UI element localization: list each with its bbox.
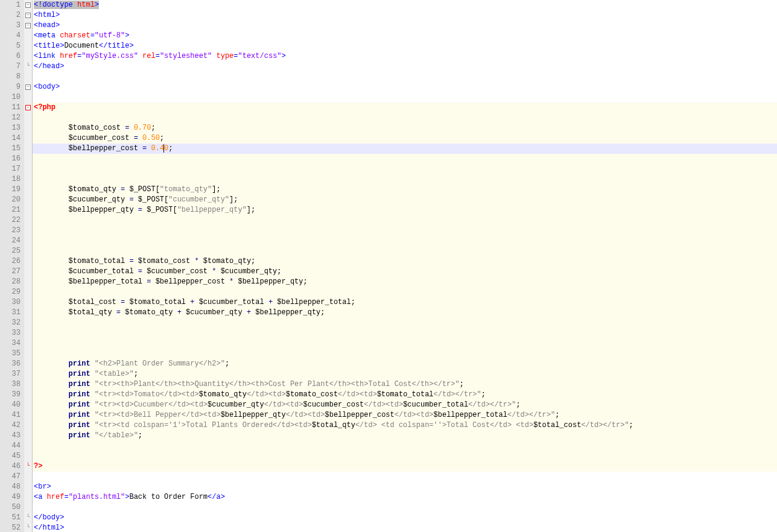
code-line[interactable] — [33, 236, 777, 246]
code-line[interactable]: $tomato_cost = 0.70; — [33, 123, 777, 133]
line-number[interactable]: 40 — [0, 400, 21, 410]
fold-marker[interactable] — [24, 195, 32, 205]
fold-marker[interactable] — [24, 431, 32, 441]
code-line[interactable] — [33, 154, 777, 164]
line-number[interactable]: 42 — [0, 420, 21, 431]
code-line[interactable]: $cucumber_total = $cucumber_cost * $cucu… — [33, 267, 777, 277]
fold-marker[interactable] — [24, 308, 32, 318]
line-number[interactable]: 49 — [0, 492, 21, 502]
fold-marker[interactable] — [24, 318, 32, 328]
code-line[interactable]: <br> — [33, 482, 777, 492]
fold-marker[interactable] — [24, 297, 32, 308]
line-number[interactable]: 41 — [0, 410, 21, 420]
code-line[interactable] — [33, 72, 777, 82]
fold-marker[interactable] — [24, 133, 32, 144]
code-line[interactable]: <link href="myStyle.css" rel="stylesheet… — [33, 51, 777, 62]
code-line[interactable] — [33, 174, 777, 185]
code-line[interactable]: $total_cost = $tomato_total + $cucumber_… — [33, 297, 777, 308]
line-number[interactable]: 19 — [0, 185, 21, 195]
fold-marker[interactable] — [24, 359, 32, 369]
line-number[interactable]: 27 — [0, 267, 21, 277]
code-line[interactable] — [33, 472, 777, 482]
fold-marker[interactable] — [24, 502, 32, 513]
code-line[interactable] — [33, 328, 777, 338]
fold-marker[interactable] — [24, 113, 32, 123]
code-line[interactable] — [33, 92, 777, 103]
line-number[interactable]: 16 — [0, 154, 21, 164]
fold-marker[interactable] — [24, 390, 32, 400]
code-line[interactable]: print "<table>"; — [33, 369, 777, 379]
fold-marker[interactable] — [24, 154, 32, 164]
code-line[interactable]: <body> — [33, 82, 777, 92]
fold-marker[interactable] — [24, 205, 32, 215]
line-number[interactable]: 39 — [0, 390, 21, 400]
fold-marker[interactable]: └ — [24, 523, 32, 532]
line-number[interactable]: 3 — [0, 21, 21, 31]
code-line[interactable]: print "<h2>Plant Order Summary</h2>"; — [33, 359, 777, 369]
code-line[interactable]: <?php — [33, 103, 777, 113]
fold-marker[interactable] — [24, 410, 32, 420]
fold-marker[interactable] — [24, 441, 32, 451]
fold-marker[interactable] — [24, 369, 32, 379]
fold-marker[interactable] — [24, 277, 32, 287]
fold-marker[interactable] — [24, 144, 32, 154]
fold-marker[interactable] — [24, 328, 32, 338]
fold-collapse-icon[interactable]: − — [25, 23, 31, 28]
fold-marker[interactable]: − — [24, 82, 32, 92]
code-line[interactable]: $bellpepper_cost = 0.40; — [33, 144, 777, 154]
code-line[interactable]: $tomato_qty = $_POST["tomato_qty"]; — [33, 185, 777, 195]
fold-marker[interactable]: └ — [24, 513, 32, 523]
line-number[interactable]: 15 — [0, 144, 21, 154]
line-number[interactable]: 2 — [0, 10, 21, 21]
fold-collapse-icon[interactable]: − — [25, 13, 31, 18]
fold-gutter[interactable]: −−− └ − − └ └└ — [24, 0, 33, 532]
fold-marker[interactable] — [24, 41, 32, 51]
code-line[interactable]: <meta charset="utf-8"> — [33, 31, 777, 41]
line-number[interactable]: 20 — [0, 195, 21, 205]
fold-marker[interactable] — [24, 31, 32, 41]
code-line[interactable]: $cucumber_cost = 0.50; — [33, 133, 777, 144]
code-line[interactable] — [33, 113, 777, 123]
fold-marker[interactable] — [24, 72, 32, 82]
fold-marker[interactable] — [24, 123, 32, 133]
line-number[interactable]: 31 — [0, 308, 21, 318]
fold-collapse-icon[interactable]: − — [25, 2, 31, 8]
code-line[interactable] — [33, 215, 777, 226]
line-number[interactable]: 25 — [0, 246, 21, 256]
line-number[interactable]: 29 — [0, 287, 21, 297]
code-line[interactable]: print "<tr><th>Plant</th><th>Quantity</t… — [33, 379, 777, 390]
line-number[interactable]: 43 — [0, 431, 21, 441]
fold-marker[interactable] — [24, 226, 32, 236]
line-number[interactable]: 13 — [0, 123, 21, 133]
code-line[interactable]: $bellpepper_qty = $_POST["bellpepper_qty… — [33, 205, 777, 215]
line-number[interactable]: 14 — [0, 133, 21, 144]
fold-marker[interactable] — [24, 451, 32, 461]
fold-marker[interactable]: − — [24, 21, 32, 31]
code-line[interactable] — [33, 318, 777, 328]
line-number[interactable]: 17 — [0, 164, 21, 174]
fold-marker[interactable] — [24, 256, 32, 267]
line-number[interactable]: 37 — [0, 369, 21, 379]
code-editor-area[interactable]: <!doctype html><html><head><meta charset… — [33, 0, 777, 532]
line-number[interactable]: 50 — [0, 502, 21, 513]
code-line[interactable] — [33, 246, 777, 256]
line-number[interactable]: 22 — [0, 215, 21, 226]
code-line[interactable]: </body> — [33, 513, 777, 523]
code-line[interactable]: print "<tr><td>Tomato</td><td>$tomato_qt… — [33, 390, 777, 400]
line-number[interactable]: 32 — [0, 318, 21, 328]
code-line[interactable]: print "<tr><td>Cucumber</td><td>$cucumbe… — [33, 400, 777, 410]
line-number[interactable]: 38 — [0, 379, 21, 390]
code-line[interactable]: print "<tr><td>Bell Pepper</td><td>$bell… — [33, 410, 777, 420]
fold-marker[interactable] — [24, 51, 32, 62]
fold-marker[interactable] — [24, 349, 32, 359]
fold-marker[interactable] — [24, 164, 32, 174]
line-number[interactable]: 48 — [0, 482, 21, 492]
line-number[interactable]: 11 — [0, 103, 21, 113]
code-line[interactable]: print "<tr><td colspan='1'>Total Plants … — [33, 420, 777, 431]
code-line[interactable]: $tomato_total = $tomato_cost * $tomato_q… — [33, 256, 777, 267]
code-line[interactable]: ?> — [33, 461, 777, 472]
code-line[interactable] — [33, 164, 777, 174]
line-number[interactable]: 7 — [0, 62, 21, 72]
line-number[interactable]: 45 — [0, 451, 21, 461]
fold-marker[interactable] — [24, 400, 32, 410]
